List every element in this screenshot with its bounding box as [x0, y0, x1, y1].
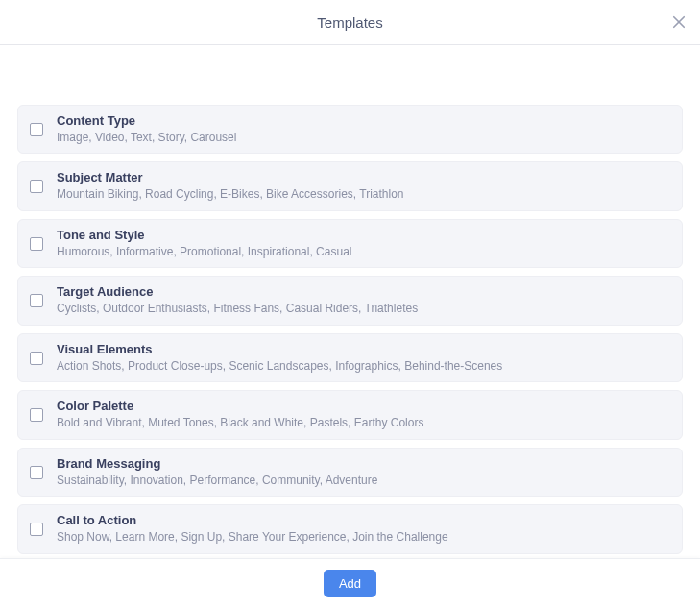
template-title: Visual Elements: [57, 342, 502, 358]
template-text: Target AudienceCyclists, Outdoor Enthusi…: [57, 284, 418, 316]
template-item[interactable]: Brand MessagingSustainability, Innovatio…: [17, 448, 683, 497]
template-checkbox[interactable]: [30, 352, 43, 365]
template-checkbox[interactable]: [30, 237, 43, 251]
close-icon: [670, 13, 688, 31]
template-text: Visual ElementsAction Shots, Product Clo…: [57, 342, 502, 374]
template-item[interactable]: Visual ElementsAction Shots, Product Clo…: [17, 333, 683, 382]
template-text: Color PaletteBold and Vibrant, Muted Ton…: [57, 399, 423, 430]
template-item[interactable]: Call to ActionShop Now, Learn More, Sign…: [17, 504, 683, 553]
template-desc: Image, Video, Text, Story, Carousel: [57, 131, 236, 146]
template-desc: Shop Now, Learn More, Sign Up, Share You…: [57, 530, 448, 546]
template-checkbox[interactable]: [30, 180, 43, 193]
template-title: Content Type: [57, 113, 236, 130]
modal-footer: Add: [0, 558, 700, 608]
template-text: Brand MessagingSustainability, Innovatio…: [57, 456, 377, 488]
template-checkbox[interactable]: [30, 523, 43, 536]
template-title: Color Palette: [57, 399, 423, 415]
template-desc: Humorous, Informative, Promotional, Insp…: [57, 245, 351, 260]
template-title: Call to Action: [57, 513, 448, 529]
template-checkbox[interactable]: [30, 408, 43, 422]
template-item[interactable]: Content TypeImage, Video, Text, Story, C…: [17, 105, 683, 154]
template-text: Call to ActionShop Now, Learn More, Sign…: [57, 513, 448, 545]
template-text: Content TypeImage, Video, Text, Story, C…: [57, 113, 236, 145]
modal-header: Templates: [0, 0, 700, 45]
template-desc: Cyclists, Outdoor Enthusiasts, Fitness F…: [57, 302, 418, 317]
template-desc: Mountain Biking, Road Cycling, E-Bikes, …: [57, 187, 404, 203]
template-item[interactable]: Target AudienceCyclists, Outdoor Enthusi…: [17, 276, 683, 325]
template-checkbox[interactable]: [30, 466, 43, 479]
template-title: Tone and Style: [57, 228, 351, 244]
template-checkbox[interactable]: [30, 294, 43, 307]
template-item[interactable]: Tone and StyleHumorous, Informative, Pro…: [17, 219, 683, 268]
template-item[interactable]: Color PaletteBold and Vibrant, Muted Ton…: [17, 390, 683, 439]
template-checkbox[interactable]: [30, 123, 43, 136]
template-desc: Sustainability, Innovation, Performance,…: [57, 474, 377, 489]
modal-title: Templates: [317, 14, 382, 31]
template-desc: Action Shots, Product Close-ups, Scenic …: [57, 359, 502, 375]
template-text: Tone and StyleHumorous, Informative, Pro…: [57, 228, 351, 259]
template-text: Subject MatterMountain Biking, Road Cycl…: [57, 170, 404, 202]
template-title: Target Audience: [57, 284, 418, 301]
template-list: Content TypeImage, Video, Text, Story, C…: [17, 105, 683, 554]
template-item[interactable]: Subject MatterMountain Biking, Road Cycl…: [17, 161, 683, 210]
add-button[interactable]: Add: [324, 570, 376, 597]
templates-modal: Templates Content TypeImage, Video, Text…: [0, 0, 700, 608]
modal-body: Content TypeImage, Video, Text, Story, C…: [0, 45, 700, 558]
divider-top: [17, 45, 683, 85]
template-title: Subject Matter: [57, 170, 404, 186]
close-button[interactable]: [665, 9, 692, 36]
template-desc: Bold and Vibrant, Muted Tones, Black and…: [57, 416, 423, 431]
template-title: Brand Messaging: [57, 456, 377, 473]
